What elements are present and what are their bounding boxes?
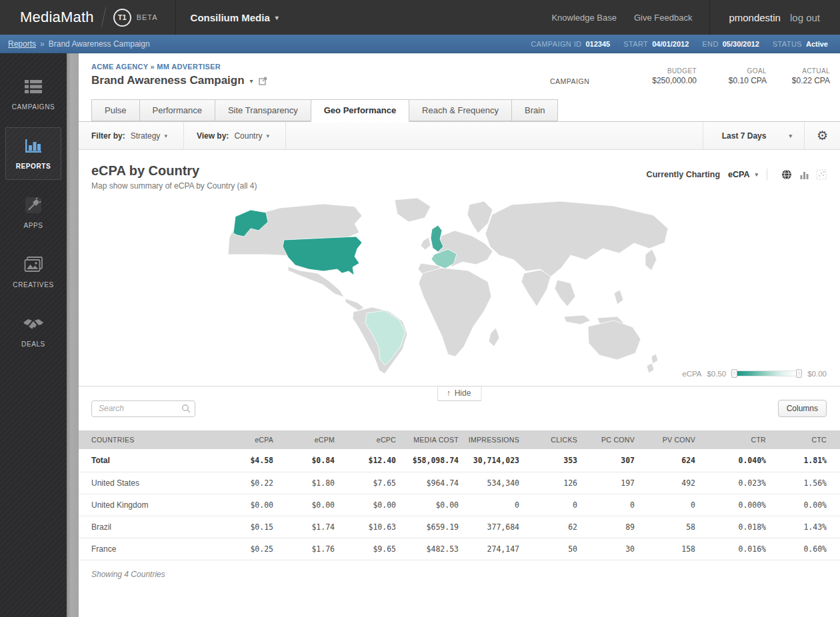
- legend-left-handle[interactable]: ⁞: [731, 369, 737, 378]
- tab-reach-frequency[interactable]: Reach & Frequency: [409, 99, 511, 121]
- hide-label: Hide: [455, 388, 471, 398]
- sidebar-item-reports[interactable]: REPORTS: [5, 127, 61, 180]
- table-row-france[interactable]: France $0.25 $1.76 $9.65 $482.53 274,147…: [79, 538, 840, 560]
- user-group: pmondestin log out: [709, 0, 840, 35]
- date-range-dropdown[interactable]: Last 7 Days ▾: [703, 122, 804, 149]
- table-cell: $0.00: [396, 494, 459, 516]
- column-header-countries[interactable]: COUNTRIES: [79, 430, 222, 449]
- table-cell: 158: [635, 538, 695, 560]
- tab-geo-performance[interactable]: Geo Performance: [311, 99, 409, 122]
- table-cell: 0: [459, 494, 519, 516]
- username[interactable]: pmondestin: [729, 12, 781, 23]
- map-region-africa: [419, 268, 491, 356]
- total-ecpc: $12.40: [335, 449, 396, 472]
- scatter-plot-view-icon[interactable]: [815, 169, 828, 181]
- apps-plug-icon: [6, 195, 61, 215]
- total-ecpa: $4.58: [222, 449, 273, 472]
- column-header-clicks[interactable]: CLICKS: [519, 430, 577, 449]
- chevron-down-icon: ▾: [275, 14, 279, 21]
- column-header-ctc[interactable]: CTC: [766, 430, 840, 449]
- table-cell: 274,147: [459, 538, 519, 560]
- table-cell: $10.63: [335, 516, 396, 538]
- table-cell: 0: [635, 494, 695, 516]
- brand-divider: [101, 7, 105, 27]
- table-cell: $1.74: [273, 516, 335, 538]
- sidebar-item-label: CAMPAIGNS: [6, 103, 61, 111]
- table-cell: 1.56%: [766, 472, 840, 494]
- total-pc-conv: 307: [577, 449, 635, 472]
- columns-button[interactable]: Columns: [778, 400, 827, 417]
- campaign-stats: CAMPAIGN BUDGET GOAL ACTUAL $250,000.00 …: [550, 64, 830, 85]
- column-header-ecpm[interactable]: eCPM: [273, 430, 335, 449]
- chart-controls: Currently Charting eCPA ▾: [647, 169, 828, 181]
- table-cell: $0.15: [222, 516, 273, 538]
- table-cell: $964.74: [396, 472, 459, 494]
- map-country-new-zealand-north: [651, 354, 658, 364]
- map-country-philippines: [614, 290, 623, 305]
- filter-bar: Filter by: Strategy ▾ View by: Country ▾: [79, 122, 840, 150]
- sidebar-item-creatives[interactable]: CREATIVES: [5, 246, 61, 299]
- map-country-india: [521, 270, 551, 307]
- main-content: ACME AGENCY » MM ADVERTISER Brand Awaren…: [79, 53, 840, 617]
- popout-icon[interactable]: [259, 77, 267, 85]
- table-row-united-states[interactable]: United States $0.22 $1.80 $7.65 $964.74 …: [79, 472, 840, 494]
- table-cell: $0.00: [335, 494, 396, 516]
- geo-performance-table: COUNTRIES eCPA eCPM eCPC MEDIA COST IMPR…: [79, 430, 840, 560]
- column-header-pv-conv[interactable]: PV CONV: [635, 430, 695, 449]
- campaigns-list-icon: [6, 77, 61, 97]
- tab-site-transparency[interactable]: Site Transparency: [215, 99, 311, 121]
- sidebar-item-deals[interactable]: DEALS: [5, 305, 61, 358]
- table-cell: 0.000%: [695, 494, 766, 516]
- campaign-dropdown-icon[interactable]: ▾: [250, 77, 253, 85]
- application-window: MediaMath T1 BETA Consilium Media ▾ Know…: [0, 0, 840, 617]
- view-by-dropdown[interactable]: Country ▾: [234, 131, 269, 141]
- column-header-pc-conv[interactable]: PC CONV: [577, 430, 635, 449]
- campaign-row-label: CAMPAIGN: [550, 77, 610, 85]
- search-box: [91, 400, 195, 417]
- tab-performance[interactable]: Performance: [139, 99, 215, 121]
- map-country-indonesia-west: [564, 315, 591, 324]
- tab-pulse[interactable]: Pulse: [91, 99, 139, 121]
- total-media-cost: $58,098.74: [396, 449, 459, 472]
- legend-right-handle[interactable]: ⁞: [796, 369, 802, 378]
- tab-brain[interactable]: Brain: [511, 99, 558, 121]
- view-by-label: View by:: [197, 131, 229, 141]
- settings-button[interactable]: ⚙: [804, 122, 840, 149]
- status-pair: STATUS Active: [773, 40, 828, 48]
- column-header-ecpa[interactable]: eCPA: [222, 430, 273, 449]
- table-row-united-kingdom[interactable]: United Kingdom $0.00 $0.00 $0.00 $0.00 0…: [79, 494, 840, 516]
- sidebar-splitter[interactable]: [67, 53, 79, 617]
- logout-link[interactable]: log out: [790, 12, 820, 23]
- map-view-icon[interactable]: [780, 169, 793, 181]
- breadcrumb-current: Brand Awareness Campaign: [49, 39, 150, 49]
- total-ecpm: $0.84: [273, 449, 335, 472]
- world-map[interactable]: [187, 196, 673, 374]
- country-cell: United States: [79, 472, 222, 494]
- column-header-impressions[interactable]: IMPRESSIONS: [459, 430, 519, 449]
- table-cell: 89: [577, 516, 635, 538]
- breadcrumb-reports-link[interactable]: Reports: [8, 39, 36, 49]
- table-cell: $482.53: [396, 538, 459, 560]
- table-cell: $0.00: [273, 494, 335, 516]
- sidebar-item-apps[interactable]: APPS: [5, 187, 61, 239]
- sidebar-item-label: CREATIVES: [6, 281, 61, 289]
- map-region-central-america: [345, 299, 364, 310]
- bar-chart-view-icon[interactable]: [797, 169, 811, 181]
- table-row-brazil[interactable]: Brazil $0.15 $1.74 $10.63 $659.19 377,68…: [79, 516, 840, 538]
- meta-value: 04/01/2012: [652, 40, 689, 48]
- search-input[interactable]: [91, 400, 195, 417]
- hide-chart-button[interactable]: ↑ Hide: [437, 386, 482, 401]
- organization-selector[interactable]: Consilium Media ▾: [176, 12, 293, 23]
- metric-dropdown[interactable]: eCPA ▾: [728, 170, 758, 179]
- filter-by-segment: Filter by: Strategy ▾: [79, 122, 184, 149]
- goal-value: $0.10 CPA: [697, 76, 767, 85]
- filter-by-dropdown[interactable]: Strategy ▾: [131, 131, 167, 141]
- column-header-ecpc[interactable]: eCPC: [335, 430, 396, 449]
- knowledge-base-link[interactable]: Knowledge Base: [551, 13, 617, 23]
- meta-label: STATUS: [773, 40, 802, 48]
- sidebar-item-campaigns[interactable]: CAMPAIGNS: [5, 68, 61, 121]
- column-header-media-cost[interactable]: MEDIA COST: [396, 430, 459, 449]
- map-country-japan: [645, 249, 657, 271]
- give-feedback-link[interactable]: Give Feedback: [634, 13, 692, 23]
- column-header-ctr[interactable]: CTR: [695, 430, 766, 449]
